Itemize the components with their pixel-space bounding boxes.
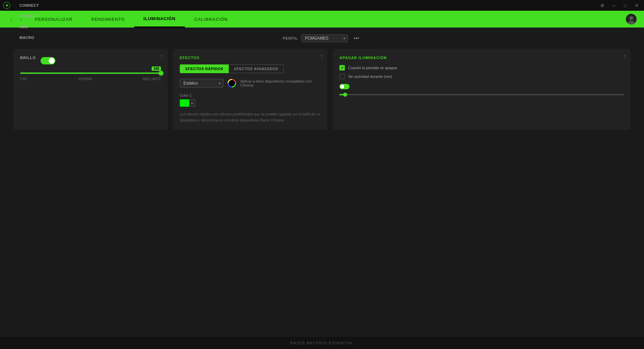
brillo-label: BRILLO (20, 56, 36, 60)
profile-select[interactable]: PCMGAMES (301, 34, 348, 42)
profile-label: PERFIL (283, 36, 298, 40)
apagar-option1: Cuando la pantalla se apague (339, 65, 624, 70)
apagar-info-icon[interactable]: ? (623, 54, 626, 59)
brillo-value-badge: 100 (152, 66, 161, 71)
svg-text:✦: ✦ (5, 3, 9, 8)
apagar-mini-toggle[interactable] (339, 84, 350, 89)
subnav-items: PERSONALIZARRENDIMIENTOILUMINACIÓNCALIBR… (25, 11, 237, 28)
apagar-slider-thumb[interactable] (343, 93, 347, 97)
brillo-slider-container: 100 OSC. NORMAL BRILLANTE (20, 72, 161, 81)
tab-efectos-avanzados[interactable]: EFECTOS AVANZADOS (229, 64, 284, 73)
slider-label-brillante: BRILLANTE (143, 77, 161, 81)
tab-efectos-rapidos[interactable]: EFECTOS RÁPIDOS (180, 64, 229, 73)
brillo-panel: ? BRILLO 100 OSC. NORMAL BRILLANTE (13, 49, 168, 130)
efectos-tabs: EFECTOS RÁPIDOS EFECTOS AVANZADOS (180, 64, 321, 73)
brillo-slider-thumb[interactable] (159, 71, 163, 76)
minimize-button[interactable]: ─ (608, 0, 619, 11)
apagar-checkbox2[interactable] (339, 74, 345, 79)
footer: RAZER ABYSSUS ESSENTIAL (0, 337, 644, 349)
toggle-track (41, 57, 55, 64)
profile-select-wrapper: PCMGAMES (301, 34, 348, 42)
nav-items: SYNAPSERATÓN+PERFILESCONNECTSTUDIOHUEMAC… (13, 0, 45, 43)
subnav-item-calibracion[interactable]: CALIBRACIÓN (185, 11, 237, 28)
efectos-controls: Estático Respirar Espectro Reactivo Apag… (180, 79, 321, 88)
brillo-slider-track[interactable] (20, 72, 161, 74)
color1-label: Color 1 (180, 93, 321, 97)
svg-point-2 (629, 16, 633, 20)
profile-more-button[interactable]: ••• (352, 35, 361, 42)
apagar-slider-area (339, 84, 624, 95)
svg-point-5 (230, 82, 233, 85)
close-button[interactable]: ✕ (631, 0, 642, 11)
subnav-right (625, 13, 637, 25)
efectos-info-icon[interactable]: ? (320, 54, 323, 59)
chroma-apply-text[interactable]: Aplicar a otros dispositivos compatibles… (240, 79, 321, 87)
slider-label-osc: OSC. (20, 77, 28, 81)
mini-toggle-thumb (340, 85, 344, 89)
chroma-icon[interactable] (227, 79, 236, 88)
apagar-option2: Sin actividad durante (min) (339, 74, 624, 79)
color1-swatch-arrow: ▾ (189, 99, 195, 107)
nav-item-studio[interactable]: STUDIO (13, 11, 45, 21)
toggle-thumb (49, 58, 55, 64)
device-name: RAZER ABYSSUS ESSENTIAL (290, 341, 354, 345)
apagar-option1-label: Cuando la pantalla se apague (348, 66, 397, 70)
titlebar: ✦ SYNAPSERATÓN+PERFILESCONNECTSTUDIOHUEM… (0, 0, 644, 11)
effect-select[interactable]: Estático Respirar Espectro Reactivo Apag… (180, 79, 223, 88)
settings-button[interactable]: ⚙ (597, 0, 608, 11)
main-content: ? BRILLO 100 OSC. NORMAL BRILLANTE ? EFE… (0, 46, 644, 133)
brillo-toggle[interactable] (41, 57, 55, 64)
subnav-item-iluminacion[interactable]: ILUMINACIÓN (134, 11, 185, 28)
nav-item-macro[interactable]: MACRO (13, 32, 45, 43)
slider-label-normal: NORMAL (78, 77, 93, 81)
nav-item-connect[interactable]: CONNECT (13, 0, 45, 11)
color1-swatch-block (180, 99, 189, 107)
apagar-title: APAGAR ILUMINACIÓN (339, 56, 624, 60)
subnav: ‹ › PERSONALIZARRENDIMIENTOILUMINACIÓNCA… (0, 11, 644, 28)
razer-logo: ✦ (0, 0, 13, 11)
subnav-item-rendimiento[interactable]: RENDIMIENTO (82, 11, 134, 28)
maximize-button[interactable]: □ (620, 0, 631, 11)
efectos-description: Los efectos rápidos son efectos predefin… (180, 111, 321, 123)
efectos-panel: ? EFECTOS EFECTOS RÁPIDOS EFECTOS AVANZA… (173, 49, 327, 130)
avatar[interactable] (625, 13, 637, 25)
svg-point-3 (628, 21, 635, 24)
apagar-option2-label: Sin actividad durante (min) (348, 74, 392, 79)
profile-bar: PERFIL PCMGAMES ••• (0, 28, 644, 46)
nav-item-hue[interactable]: HUE (13, 21, 45, 32)
apagar-panel: ? APAGAR ILUMINACIÓN Cuando la pantalla … (333, 49, 631, 130)
brillo-slider-labels: OSC. NORMAL BRILLANTE (20, 77, 161, 81)
effect-select-wrapper: Estático Respirar Espectro Reactivo Apag… (180, 79, 223, 88)
efectos-title: EFECTOS (180, 56, 321, 60)
apagar-slider-track[interactable] (339, 94, 624, 95)
color1-swatch[interactable]: ▾ (180, 99, 321, 107)
brillo-info-icon[interactable]: ? (160, 54, 163, 59)
apagar-checkbox1[interactable] (339, 65, 345, 70)
titlebar-controls: ⚙ ─ □ ✕ (597, 0, 644, 11)
